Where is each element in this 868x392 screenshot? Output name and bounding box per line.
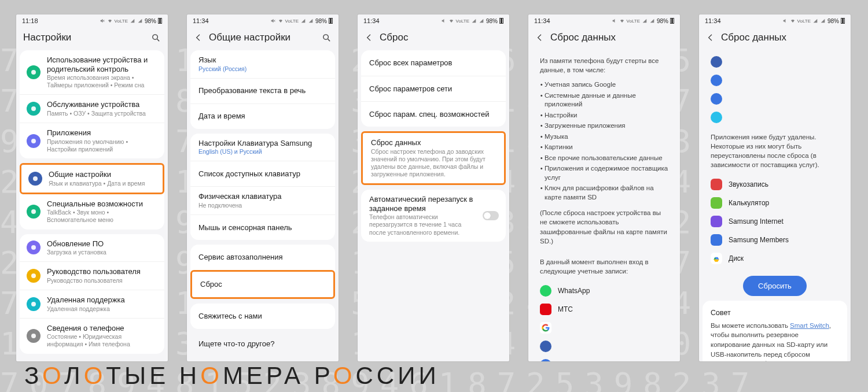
smart-switch-link[interactable]: Smart Switch (790, 322, 829, 329)
auto-restart-item[interactable]: Автоматический перезапуск в заданное вре… (361, 190, 506, 242)
settings-item-sub: Удаленная поддержка (47, 305, 157, 313)
mute-icon (100, 18, 105, 24)
erase-list: Учетная запись GoogleСистемные данные и … (532, 80, 676, 206)
app-icon (540, 359, 551, 361)
reset-button[interactable]: Сбросить (743, 276, 807, 296)
page-title: Общие настройки (209, 32, 316, 43)
settings-item[interactable]: Сервис автозаполнения (190, 245, 335, 270)
account-icon (711, 56, 722, 68)
app-item: Samsung Internet (703, 212, 847, 231)
back-icon[interactable] (706, 33, 715, 42)
settings-item[interactable]: Физическая клавиатураНе подключена (190, 186, 335, 215)
page-title: Сброс (380, 32, 502, 43)
erase-list-item: Картинки (545, 143, 668, 152)
toggle[interactable] (483, 211, 499, 220)
settings-item-title: Сведения о телефоне (47, 324, 157, 333)
signal-icon (471, 19, 477, 23)
factory-reset-item[interactable]: Сброс данныхСброс настроек телефона до з… (363, 133, 504, 183)
settings-item[interactable]: Удаленная поддержкаУдаленная поддержка (20, 290, 164, 318)
settings-item[interactable]: Использование устройства и родительский … (20, 50, 164, 94)
settings-item-sub: Не подключена (198, 202, 328, 209)
svg-point-7 (31, 245, 36, 250)
settings-item-title: Обновление ПО (47, 239, 157, 249)
erase-list-item: Все прочие пользовательские данные (545, 154, 668, 163)
app-icon (711, 197, 722, 209)
reset-item[interactable]: Сброс параметров сети (361, 76, 506, 101)
settings-item-sub: Память • ОЗУ • Защита устройства (47, 110, 157, 117)
settings-item[interactable]: Руководство пользователяРуководство поль… (20, 261, 164, 290)
search-icon[interactable] (322, 33, 332, 43)
account-icon (711, 75, 722, 86)
signal-icon (642, 19, 648, 23)
status-battery: 98% (486, 18, 498, 24)
settings-item-title: Физическая клавиатура (198, 192, 328, 201)
svg-point-11 (323, 34, 329, 39)
settings-item[interactable]: Дата и время (190, 103, 335, 129)
account-item: WhatsApp (532, 282, 676, 300)
statusbar: 11:34 VoLTE 98% (528, 14, 680, 27)
battery-icon (499, 18, 503, 24)
reset-item-sub: Сброс настроек телефона до заводских зна… (371, 148, 497, 179)
settings-item[interactable]: ПриложенияПриложения по умолчанию • Наст… (20, 123, 164, 158)
signal-icon (137, 19, 143, 23)
settings-item-title: Обслуживание устройства (47, 100, 157, 109)
mute-icon (612, 18, 617, 24)
account-item (532, 337, 676, 356)
app-icon (540, 304, 551, 315)
signal-icon (130, 19, 135, 23)
statusbar: 11:34 VoLTE 98% (358, 14, 509, 27)
status-battery: 98% (315, 18, 327, 24)
settings-item[interactable]: Обслуживание устройстваПамять • ОЗУ • За… (20, 94, 164, 123)
settings-item[interactable]: Свяжитесь с нами (190, 304, 335, 329)
settings-item-title: Руководство пользователя (47, 267, 157, 276)
svg-point-2 (31, 70, 36, 75)
reset-item[interactable]: Сброс парам. спец. возможностей (361, 101, 506, 127)
signal-icon (649, 19, 655, 23)
mute-icon (441, 18, 447, 24)
settings-item-title: Настройки Клавиатура Samsung (198, 139, 328, 148)
settings-item[interactable]: Обновление ПОЗагрузка и установка (20, 234, 164, 262)
reset-item-title: Сброс параметров сети (369, 84, 499, 94)
erase-list-item: Загруженные приложения (545, 121, 668, 131)
wifi-icon (448, 19, 454, 23)
search-icon[interactable] (151, 33, 161, 43)
reset-item[interactable]: Сброс всех параметров (361, 50, 506, 76)
app-label: Звукозапись (729, 180, 768, 188)
statusbar: 11:34 VoLTE 98% (187, 14, 339, 27)
back-icon[interactable] (194, 33, 203, 42)
settings-item-title: Мышь и сенсорная панель (198, 223, 328, 232)
statusbar: 11:34 VoLTE 98% (699, 14, 851, 27)
settings-item[interactable]: Сброс (192, 272, 333, 297)
settings-item-title: Общие настройки (49, 170, 156, 179)
settings-item-sub: Русский (Россия) (198, 65, 328, 73)
settings-item-icon (27, 134, 41, 148)
back-icon[interactable] (535, 33, 545, 42)
settings-item[interactable]: Список доступных клавиатур (190, 161, 335, 186)
app-icon (540, 285, 551, 297)
back-icon[interactable] (365, 33, 374, 42)
page-title: Сброс данных (550, 32, 673, 43)
settings-item[interactable]: Сведения о телефонеСостояние • Юридическ… (20, 318, 164, 354)
signal-icon (820, 19, 826, 23)
settings-item-sub: TalkBack • Звук моно • Вспомогательное м… (47, 209, 157, 224)
svg-point-9 (31, 302, 36, 306)
settings-item-title: Сброс (200, 280, 326, 289)
status-battery: 98% (657, 18, 668, 24)
settings-item[interactable]: Настройки Клавиатура SamsungEnglish (US)… (190, 134, 335, 161)
battery-icon (841, 18, 845, 24)
settings-item[interactable]: Мышь и сенсорная панель (190, 215, 335, 240)
page-title: Сброс данных (721, 32, 844, 43)
signal-icon (479, 19, 484, 23)
battery-icon (329, 18, 333, 24)
settings-item-icon (27, 65, 41, 79)
app-label: МТС (558, 305, 573, 313)
settings-item[interactable]: Специальные возможностиTalkBack • Звук м… (20, 194, 164, 230)
accounts-intro: В данный момент выполнен вход в следующи… (532, 252, 676, 282)
settings-item[interactable]: Общие настройкиЯзык и клавиатура • Дата … (21, 165, 163, 193)
settings-item[interactable]: ЯзыкРусский (Россия) (190, 50, 335, 78)
settings-item[interactable]: Преобразование текста в речь (190, 78, 335, 103)
settings-item-title: Специальные возможности (47, 199, 157, 209)
phone-screenshot-1: 11:18 VoLTE 98% Настройки Использование … (16, 14, 168, 361)
status-time: 11:34 (534, 17, 550, 24)
settings-item-sub: Приложения по умолчанию • Настройки прил… (47, 138, 157, 153)
